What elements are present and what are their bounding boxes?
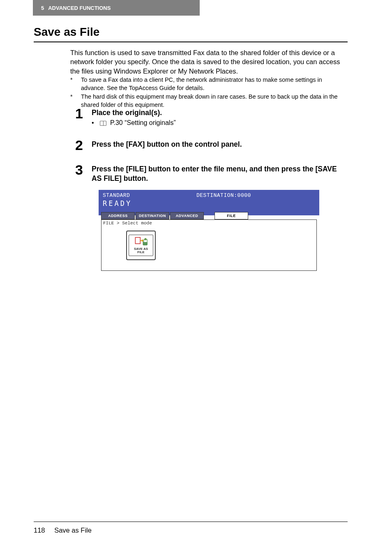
save-as-file-label: SAVE ASFILE [134,247,148,254]
svg-rect-0 [135,238,140,244]
footer-title: Save as File [54,526,92,534]
chapter-title: ADVANCED FUNCTIONS [48,5,111,11]
status-destination: DESTINATION:0000 [196,192,251,199]
save-as-file-button[interactable]: SAVE ASFILE [126,231,156,260]
save-file-icon [134,236,148,247]
notes-list: * To save a Fax data into a client PC, t… [70,76,348,110]
tab-address[interactable]: ADDRESS [101,212,135,219]
bullet-icon: • [92,119,97,127]
book-icon [100,121,106,126]
step-title: Press the [FILE] button to enter the fil… [92,164,348,183]
control-panel-screenshot: STANDARD DESTINATION:0000 READY ADDRESS … [99,190,319,273]
step-1: 1 Place the original(s). • P.30 “Setting… [75,108,348,127]
step-number: 2 [75,137,83,153]
panel-tabs: ADDRESS DESTINATION ADVANCED FILE [101,212,317,219]
note-text: The hard disk of this equipment may brea… [81,93,344,109]
page-title: Save as File [34,25,99,39]
step-title: Press the [FAX] button on the control pa… [92,140,348,149]
page-footer: 118 Save as File [34,526,92,534]
panel-status-bar: STANDARD DESTINATION:0000 READY [99,190,319,215]
note-item: * The hard disk of this equipment may br… [70,93,348,109]
note-text: To save a Fax data into a client PC, the… [81,76,344,92]
panel-body: FILE > Select mode SAVE ASFILE [101,219,317,271]
asterisk-icon: * [70,93,79,101]
step-number: 1 [75,106,83,122]
tab-destination[interactable]: DESTINATION [136,212,169,219]
chapter-number: 5 [41,5,44,11]
step-number: 3 [75,162,83,178]
page-number: 118 [34,526,45,534]
tab-advanced[interactable]: ADVANCED [170,212,204,219]
step-3: 3 Press the [FILE] button to enter the f… [75,164,348,183]
step-2: 2 Press the [FAX] button on the control … [75,140,348,149]
step-title: Place the original(s). [92,108,348,118]
status-ready: READY [103,199,315,208]
chapter-header: 5 ADVANCED FUNCTIONS [33,0,200,16]
title-rule [34,42,348,42]
footer-rule [34,522,348,522]
svg-point-3 [145,238,147,240]
intro-paragraph: This function is used to save transmitte… [70,48,348,76]
asterisk-icon: * [70,76,79,84]
save-as-file-button-inner: SAVE ASFILE [129,235,153,256]
step-bullet: • P.30 “Setting originals” [92,119,348,127]
panel-breadcrumb: FILE > Select mode [101,220,316,226]
tab-file[interactable]: FILE [214,212,248,219]
note-item: * To save a Fax data into a client PC, t… [70,76,348,92]
cross-reference: P.30 “Setting originals” [110,119,176,126]
